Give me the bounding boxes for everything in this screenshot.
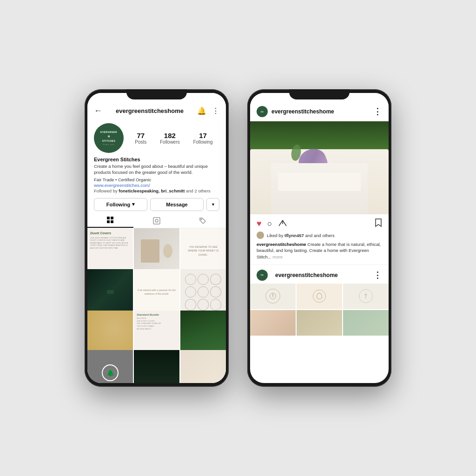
bundle-desc: INCLUDES:ONE DUVET COVERONE STANDARD SHA…: [137, 317, 161, 330]
posts-label: Posts: [135, 139, 146, 145]
post2-username: evergreenstitcheshome: [275, 272, 370, 278]
mini-cell-6[interactable]: [343, 310, 389, 336]
feed-likes: Liked by tflynn457 and and others: [250, 231, 389, 240]
linen-fold: [278, 172, 361, 191]
mini-cell-3[interactable]: [343, 284, 389, 309]
grid-cell-quote[interactable]: YOU DESERVE TO SEE WHERE YOUR MONEY IS G…: [180, 228, 226, 274]
stats-row: 77 Posts 182 Followers 17 Following: [128, 132, 219, 145]
mini-cell-5[interactable]: [297, 310, 342, 336]
share-button[interactable]: [278, 218, 287, 229]
grid-cell-room[interactable]: [134, 228, 179, 274]
bio-website-link[interactable]: www.evergreenstitches.com/: [94, 183, 219, 188]
grid-cell-house[interactable]: [180, 311, 226, 356]
pattern-dot: [185, 286, 196, 298]
bio-certifications: Fair Trade • Certified Organic: [94, 177, 219, 182]
following-label: Following: [193, 139, 212, 145]
pattern-dot: [210, 274, 221, 285]
mini-cell-2[interactable]: [297, 284, 342, 309]
bio-description: Create a home you feel good about – beau…: [94, 163, 219, 176]
mini-cell-1[interactable]: [250, 284, 296, 309]
post2-header: EG evergreenstitcheshome ⋮: [250, 267, 389, 284]
avatar: EVERGREEN ⁕ STITCHES home you: [94, 123, 124, 153]
grid-cell-ocean-dark[interactable]: [134, 350, 179, 383]
liker-name[interactable]: tflynn457: [284, 233, 304, 238]
svg-rect-4: [153, 218, 160, 224]
followers-count: 182: [164, 132, 176, 139]
right-phone: EG evergreenstitcheshome ⋮ ♥ ○: [247, 89, 391, 387]
left-phone: ← evergreenstitcheshome 🔔 ⋮ EVERGREEN ⁕ …: [85, 89, 229, 387]
embroidery-circle-1: [265, 289, 280, 304]
pattern-dot: [198, 299, 209, 310]
chevron-down-icon: ▾: [212, 202, 214, 207]
duvet-desc: OUR 100% ORGANIC COTTON PERCALE DUVET CO…: [90, 237, 130, 250]
feed-avatar-text: EG: [261, 111, 264, 113]
caption-username[interactable]: evergreenstitcheshome: [257, 242, 306, 247]
svg-rect-0: [107, 217, 110, 219]
grid-cell-duvet[interactable]: Duvet Covers OUR 100% ORGANIC COTTON PER…: [87, 228, 133, 274]
grid-cell-ocean[interactable]: [87, 269, 133, 315]
grid-cell-pattern[interactable]: [180, 269, 226, 315]
pattern-dot: [198, 286, 209, 298]
following-button[interactable]: Following ▾: [94, 198, 147, 211]
grid-tabs: [87, 214, 226, 228]
mini-cell-4[interactable]: [250, 310, 296, 336]
feed-caption: evergreenstitcheshome Create a home that…: [250, 240, 389, 263]
action-buttons: Following ▾ Message ▾: [87, 195, 226, 214]
post2-avatar-text: EG: [261, 274, 264, 276]
grid-cell-bundle[interactable]: Standard Bundle INCLUDES:ONE DUVET COVER…: [134, 311, 179, 356]
stat-followers: 182 Followers: [160, 132, 180, 145]
pattern-dot: [210, 286, 221, 298]
dropdown-button[interactable]: ▾: [206, 198, 219, 211]
post2-avatar: EG: [257, 270, 268, 281]
stat-posts: 77 Posts: [135, 132, 146, 145]
post2-more-icon[interactable]: ⋮: [373, 270, 382, 280]
svg-rect-1: [111, 217, 113, 219]
tab-tagged[interactable]: [180, 214, 226, 228]
pattern-dot: [198, 274, 209, 285]
grid-cell-tree-badge[interactable]: 🌲: [87, 350, 133, 383]
feed-actions: ♥ ○: [250, 214, 389, 231]
post2-mini-grid: [250, 284, 389, 336]
caption-text: evergreenstitcheshome Create a home that…: [257, 241, 382, 260]
feed-main-image: [250, 121, 389, 214]
grid-cell-passion[interactable]: It all started with a passion for the we…: [134, 269, 179, 315]
svg-rect-3: [111, 220, 113, 223]
avatar-tagline: home you: [103, 143, 115, 145]
notification-icon[interactable]: 🔔: [197, 106, 206, 115]
comment-button[interactable]: ○: [267, 219, 272, 229]
header-icons: 🔔 ⋮: [197, 106, 219, 115]
profile-header-username: evergreenstitcheshome: [116, 107, 184, 114]
photo-grid: Duvet Covers OUR 100% ORGANIC COTTON PER…: [87, 228, 226, 383]
more-icon[interactable]: ⋮: [212, 106, 219, 115]
left-phone-screen: ← evergreenstitcheshome 🔔 ⋮ EVERGREEN ⁕ …: [87, 93, 226, 383]
scene: ← evergreenstitcheshome 🔔 ⋮ EVERGREEN ⁕ …: [0, 0, 476, 476]
tab-grid[interactable]: [87, 214, 133, 228]
post-more-icon[interactable]: ⋮: [373, 106, 382, 117]
likes-row: Liked by tflynn457 and and others: [257, 231, 382, 239]
pattern-dot: [185, 299, 196, 310]
avatar-brand-sub: STITCHES: [102, 139, 116, 142]
duvet-title: Duvet Covers: [90, 231, 111, 235]
feed-header-bar: EG evergreenstitcheshome ⋮: [250, 93, 389, 121]
stat-following: 17 Following: [193, 132, 212, 145]
grid-cell-flowers[interactable]: [87, 311, 133, 356]
message-button[interactable]: Message: [150, 198, 204, 211]
feed-avatar-small: EG: [257, 106, 268, 117]
like-button[interactable]: ♥: [257, 219, 262, 229]
back-button[interactable]: ←: [94, 106, 102, 116]
divider: [250, 264, 389, 265]
save-button[interactable]: [375, 218, 382, 230]
pattern-dot: [185, 274, 196, 285]
avatar-brand-name: EVERGREEN: [100, 131, 117, 133]
followers-label: Followers: [160, 139, 180, 145]
bio-display-name: Evergreen Stitches: [94, 157, 219, 162]
tab-reels[interactable]: [133, 214, 179, 228]
liker-avatar: [257, 231, 264, 239]
following-count: 17: [199, 132, 207, 139]
quote-text: YOU DESERVE TO SEE WHERE YOUR MONEY IS G…: [184, 245, 222, 257]
pattern-dot: [210, 299, 221, 310]
passion-text: It all started with a passion for the we…: [138, 288, 176, 297]
caption-more[interactable]: more: [272, 254, 283, 259]
svg-rect-2: [107, 220, 110, 223]
likes-text: Liked by tflynn457 and and others: [267, 233, 335, 238]
